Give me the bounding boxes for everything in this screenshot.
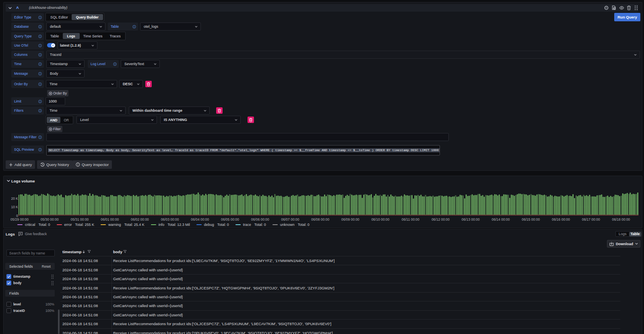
svg-text:06/18 00:00: 06/18 00:00 (612, 217, 630, 221)
svg-text:05/31 00:00: 05/31 00:00 (70, 217, 89, 221)
svg-text:06/15 00:00: 06/15 00:00 (522, 217, 540, 221)
svg-text:06/10 00:00: 06/10 00:00 (372, 217, 390, 221)
svg-text:20 K: 20 K (11, 197, 19, 201)
svg-text:06/02 00:00: 06/02 00:00 (131, 217, 149, 221)
svg-text:05/30 00:00: 05/30 00:00 (41, 217, 59, 221)
svg-text:06/06 00:00: 06/06 00:00 (251, 217, 269, 221)
svg-text:06/13 00:00: 06/13 00:00 (462, 217, 480, 221)
svg-text:06/07 00:00: 06/07 00:00 (281, 217, 299, 221)
svg-text:06/17 00:00: 06/17 00:00 (582, 217, 600, 221)
svg-text:06/03 00:00: 06/03 00:00 (161, 217, 179, 221)
svg-text:06/05 00:00: 06/05 00:00 (221, 217, 239, 221)
svg-text:06/12 00:00: 06/12 00:00 (431, 217, 450, 221)
svg-text:06/14 00:00: 06/14 00:00 (492, 217, 510, 221)
svg-text:06/04 00:00: 06/04 00:00 (191, 217, 209, 221)
svg-text:06/08 00:00: 06/08 00:00 (311, 217, 329, 221)
svg-text:05/29 00:00: 05/29 00:00 (10, 217, 29, 221)
svg-text:06/01 00:00: 06/01 00:00 (101, 217, 119, 221)
svg-text:06/16 00:00: 06/16 00:00 (552, 217, 570, 221)
svg-text:06/09 00:00: 06/09 00:00 (341, 217, 359, 221)
svg-text:06/11 00:00: 06/11 00:00 (402, 217, 420, 221)
svg-text:10 K: 10 K (11, 205, 19, 209)
svg-text:0: 0 (16, 214, 18, 218)
